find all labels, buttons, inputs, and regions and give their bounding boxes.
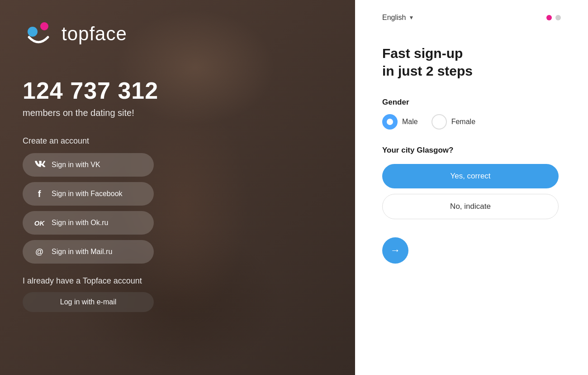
email-login-button[interactable]: Log in with e-mail xyxy=(23,292,154,312)
yes-correct-button[interactable]: Yes, correct xyxy=(382,164,559,188)
next-arrow-icon: → xyxy=(390,245,400,256)
logo-text: topface xyxy=(62,23,127,45)
step-dot-2 xyxy=(555,15,561,20)
gender-male-option[interactable]: Male xyxy=(382,114,418,130)
no-indicate-button[interactable]: No, indicate xyxy=(382,194,559,219)
okru-signin-label: Sign in with Ok.ru xyxy=(52,219,108,227)
step-dot-1 xyxy=(546,15,552,20)
right-panel: English ▼ Fast sign-up in just 2 steps G… xyxy=(355,0,588,375)
okru-icon: OK xyxy=(33,217,45,229)
create-account-label: Create an account xyxy=(23,136,332,146)
next-button[interactable]: → xyxy=(382,237,408,264)
email-login-label: Log in with e-mail xyxy=(60,298,117,306)
facebook-signin-button[interactable]: f Sign in with Facebook xyxy=(23,182,154,206)
already-have-label: I already have a Topface account xyxy=(23,276,332,286)
vk-signin-label: Sign in with VK xyxy=(52,161,100,169)
mailru-signin-label: Sign in with Mail.ru xyxy=(52,248,112,256)
vk-signin-button[interactable]: Sign in with VK xyxy=(23,153,154,177)
mailru-icon: @ xyxy=(33,246,45,258)
okru-signin-button[interactable]: OK Sign in with Ok.ru xyxy=(23,211,154,235)
member-count: 124 737 312 xyxy=(23,77,332,104)
male-label: Male xyxy=(402,118,418,126)
vk-icon xyxy=(33,159,45,171)
gender-row: Male Female xyxy=(382,114,561,130)
facebook-signin-label: Sign in with Facebook xyxy=(52,190,123,198)
city-question: Your city Glasgow? xyxy=(382,146,561,155)
logo-area: topface xyxy=(23,18,332,50)
member-subtitle: members on the dating site! xyxy=(23,108,332,118)
step-indicators xyxy=(546,15,561,20)
male-radio[interactable] xyxy=(382,114,398,130)
language-dropdown-arrow: ▼ xyxy=(408,14,414,21)
mailru-signin-button[interactable]: @ Sign in with Mail.ru xyxy=(23,240,154,264)
gender-female-option[interactable]: Female xyxy=(432,114,475,130)
right-header: English ▼ xyxy=(382,14,561,22)
female-radio[interactable] xyxy=(432,114,447,130)
signup-heading: Fast sign-up in just 2 steps xyxy=(382,44,561,80)
svg-point-0 xyxy=(28,27,38,37)
gender-label: Gender xyxy=(382,98,561,107)
svg-point-1 xyxy=(40,22,48,30)
facebook-icon: f xyxy=(33,188,45,200)
left-content: topface 124 737 312 members on the datin… xyxy=(0,0,355,375)
left-panel: topface 124 737 312 members on the datin… xyxy=(0,0,355,375)
language-label: English xyxy=(382,14,406,22)
topface-logo-icon xyxy=(23,18,54,50)
language-selector[interactable]: English ▼ xyxy=(382,14,414,22)
female-label: Female xyxy=(451,118,475,126)
